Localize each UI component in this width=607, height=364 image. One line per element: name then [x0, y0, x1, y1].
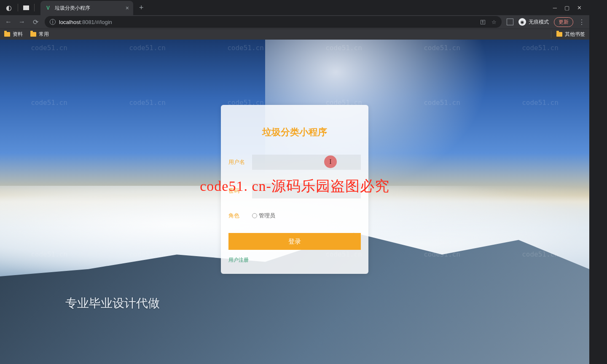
folder-icon: [30, 32, 36, 37]
separator: [34, 4, 35, 11]
incognito-badge: ◉ 无痕模式: [518, 18, 549, 26]
update-button[interactable]: 更新: [554, 17, 573, 27]
url-bar[interactable]: i localhost:8081/#/login ⚿ ☆: [45, 16, 502, 28]
login-card: 垃圾分类小程序 用户名 密码 角色 管理员 登录 用户注册: [221, 105, 368, 274]
site-info-icon[interactable]: i: [50, 19, 56, 25]
reload-button[interactable]: ⟳: [31, 18, 40, 26]
os-window-icon: [23, 5, 29, 10]
bookmark-star-icon[interactable]: ☆: [492, 19, 497, 25]
close-window-button[interactable]: ✕: [577, 5, 582, 11]
browser-tab-active[interactable]: V 垃圾分类小程序 ×: [40, 1, 133, 15]
login-button[interactable]: 登录: [228, 233, 361, 250]
url-text: localhost:8081/#/login: [59, 19, 112, 25]
bookmark-folder[interactable]: 资料: [4, 31, 23, 38]
register-link[interactable]: 用户注册: [228, 257, 249, 264]
os-app-icon: ◐: [5, 4, 13, 11]
maximize-button[interactable]: ▢: [564, 5, 569, 11]
page-content: code51.cncode51.cncode51.cncode51.cncode…: [0, 40, 589, 364]
tab-favicon-icon: V: [45, 5, 51, 11]
role-label: 角色: [228, 212, 252, 219]
menu-icon[interactable]: ⋮: [578, 18, 585, 26]
incognito-icon: ◉: [518, 18, 526, 26]
back-button[interactable]: ←: [4, 18, 13, 26]
password-label: 密码: [228, 187, 252, 195]
forward-button[interactable]: →: [18, 18, 26, 26]
nav-bar: ← → ⟳ i localhost:8081/#/login ⚿ ☆ ◉ 无痕模…: [0, 15, 589, 29]
key-icon[interactable]: ⚿: [480, 19, 486, 25]
tab-title: 垃圾分类小程序: [55, 5, 122, 12]
radio-icon: [252, 213, 257, 218]
separator: [18, 4, 18, 11]
role-row: 角色 管理员: [228, 212, 361, 219]
other-bookmarks[interactable]: 其他书签: [551, 31, 585, 38]
password-input[interactable]: [252, 183, 361, 198]
username-label: 用户名: [228, 158, 252, 166]
username-input[interactable]: [252, 155, 361, 170]
folder-icon: [4, 32, 10, 37]
new-tab-button[interactable]: +: [137, 3, 146, 13]
extensions-icon[interactable]: [507, 19, 513, 25]
folder-icon: [556, 32, 562, 37]
tab-bar: ◐ V 垃圾分类小程序 × + ─ ▢ ✕: [0, 0, 589, 15]
login-title: 垃圾分类小程序: [228, 126, 361, 139]
close-tab-icon[interactable]: ×: [126, 5, 129, 11]
username-row: 用户名: [228, 155, 361, 170]
browser-chrome: ◐ V 垃圾分类小程序 × + ─ ▢ ✕ ← → ⟳ i localhost:…: [0, 0, 589, 40]
minimize-button[interactable]: ─: [553, 5, 557, 11]
role-radio-admin[interactable]: 管理员: [252, 212, 275, 219]
password-row: 密码: [228, 183, 361, 198]
bookmarks-bar: 资料 常用 其他书签: [0, 29, 589, 40]
bookmark-folder[interactable]: 常用: [30, 31, 49, 38]
